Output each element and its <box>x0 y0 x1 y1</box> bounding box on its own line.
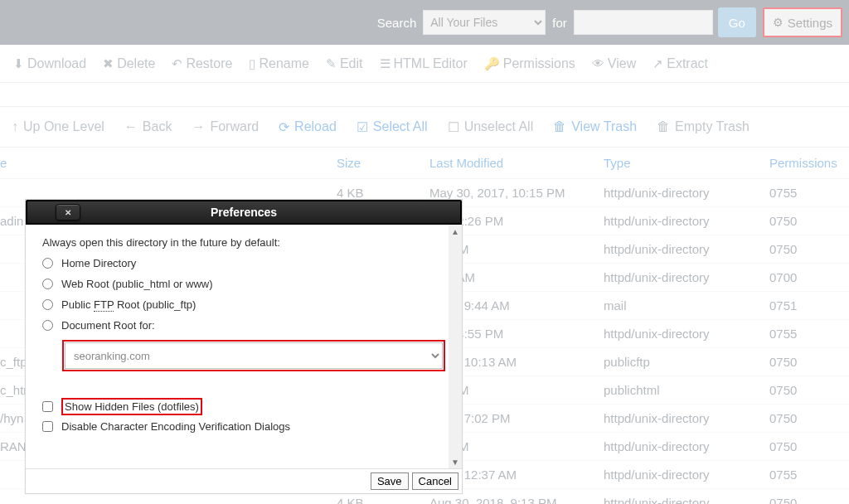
empty-trash-button[interactable]: 🗑Empty Trash <box>657 119 750 134</box>
document-root-highlight: seoranking.com <box>62 340 445 371</box>
disable-encoding-row[interactable]: Disable Character Encoding Verification … <box>42 420 445 433</box>
for-label: for <box>552 16 567 30</box>
cell-perm: 0755 <box>763 461 849 489</box>
restore-button[interactable]: ↶Restore <box>172 56 232 71</box>
up-one-level-button[interactable]: ↑Up One Level <box>12 119 104 134</box>
unselect-all-button[interactable]: ☐Unselect All <box>448 119 534 135</box>
view-button[interactable]: 👁View <box>592 56 636 71</box>
disable-encoding-checkbox[interactable] <box>42 421 53 432</box>
select-all-button[interactable]: ☑Select All <box>357 119 428 135</box>
col-name-header[interactable]: e <box>0 148 330 179</box>
radio-publicftp-input[interactable] <box>42 299 53 310</box>
cell-perm: 0750 <box>763 207 849 235</box>
download-icon: ⬇ <box>13 56 24 71</box>
radio-webroot-input[interactable] <box>42 279 53 289</box>
cell-perm: 0750 <box>763 433 849 461</box>
show-hidden-checkbox[interactable] <box>42 401 53 412</box>
cell-type: httpd/unix-directory <box>597 235 763 264</box>
delete-button[interactable]: ✖Delete <box>103 56 155 71</box>
cell-perm: 0751 <box>763 292 849 320</box>
show-hidden-label: Show Hidden Files (dotfiles) <box>61 398 202 415</box>
extract-icon: ↗ <box>653 56 663 71</box>
search-input[interactable] <box>574 10 713 35</box>
permissions-button[interactable]: 🔑Permissions <box>484 56 575 71</box>
html-editor-button[interactable]: ☰HTML Editor <box>380 56 468 71</box>
radio-docroot-input[interactable] <box>42 320 53 331</box>
col-modified-header[interactable]: Last Modified <box>423 148 597 179</box>
preferences-modal: ✕ Preferences Always open this directory… <box>25 199 463 494</box>
scroll-up-icon[interactable]: ▲ <box>449 225 462 238</box>
reload-icon: ⟳ <box>279 119 289 135</box>
pencil-icon: ✎ <box>326 56 337 71</box>
cell-type: publicftp <box>597 348 763 376</box>
cell-perm: 0755 <box>763 179 849 207</box>
radio-web-root[interactable]: Web Root (public_html or www) <box>42 278 445 290</box>
cell-perm: 0700 <box>763 264 849 292</box>
settings-label: Settings <box>788 16 832 30</box>
back-button[interactable]: ←Back <box>124 119 172 134</box>
show-hidden-files-row[interactable]: Show Hidden Files (dotfiles) <box>42 398 445 415</box>
view-trash-button[interactable]: 🗑View Trash <box>553 119 637 134</box>
key-icon: 🔑 <box>484 56 500 71</box>
cell-perm: 0750 <box>763 348 849 376</box>
rename-button[interactable]: ▯Rename <box>249 56 308 71</box>
search-label: Search <box>377 16 417 30</box>
download-button[interactable]: ⬇Download <box>13 56 86 71</box>
extract-button[interactable]: ↗Extract <box>653 56 708 71</box>
radio-document-root[interactable]: Document Root for: <box>42 319 445 332</box>
reload-button[interactable]: ⟳Reload <box>279 119 337 135</box>
file-icon: ▯ <box>249 56 255 71</box>
navigation-toolbar: ↑Up One Level ←Back →Forward ⟳Reload ☑Se… <box>0 106 849 148</box>
preferences-intro: Always open this directory in the future… <box>42 236 445 249</box>
check-square-icon: ☑ <box>357 119 368 135</box>
col-permissions-header[interactable]: Permissions <box>763 148 849 179</box>
close-button[interactable]: ✕ <box>56 204 80 220</box>
save-button[interactable]: Save <box>371 472 409 490</box>
cell-perm: 0750 <box>763 376 849 405</box>
cell-type: httpd/unix-directory <box>597 405 763 433</box>
gear-icon: ⚙ <box>773 16 784 29</box>
modal-scrollbar[interactable]: ▲ ▼ <box>449 225 462 468</box>
square-icon: ☐ <box>448 119 459 135</box>
trash-icon: 🗑 <box>657 119 670 134</box>
scroll-down-icon[interactable]: ▼ <box>449 455 462 468</box>
cell-perm: 0750 <box>763 489 849 505</box>
trash-icon: 🗑 <box>553 119 566 134</box>
col-size-header[interactable]: Size <box>330 148 423 179</box>
cell-perm: 0750 <box>763 235 849 264</box>
edit-button[interactable]: ✎Edit <box>326 56 363 71</box>
modal-title: Preferences <box>211 206 277 219</box>
disable-encoding-label: Disable Character Encoding Verification … <box>61 420 290 433</box>
modal-footer: Save Cancel <box>26 468 462 493</box>
search-scope-select[interactable]: All Your Files <box>423 10 546 35</box>
cell-type: httpd/unix-directory <box>597 320 763 348</box>
go-button[interactable]: Go <box>718 7 756 37</box>
cell-type: httpd/unix-directory <box>597 461 763 489</box>
cell-type: mail <box>597 292 763 320</box>
cell-type: httpd/unix-directory <box>597 489 763 505</box>
close-icon: ✖ <box>103 56 114 71</box>
undo-icon: ↶ <box>172 56 182 71</box>
radio-public-ftp[interactable]: Public FTP Root (public_ftp) <box>42 298 445 311</box>
up-arrow-icon: ↑ <box>12 119 18 134</box>
cell-type: httpd/unix-directory <box>597 179 763 207</box>
top-search-bar: Search All Your Files for Go ⚙ Settings <box>0 0 849 45</box>
edit-box-icon: ☰ <box>380 56 391 71</box>
document-root-select[interactable]: seoranking.com <box>65 342 443 369</box>
cell-type: httpd/unix-directory <box>597 264 763 292</box>
cancel-button[interactable]: Cancel <box>412 472 458 490</box>
settings-button[interactable]: ⚙ Settings <box>763 7 842 37</box>
left-arrow-icon: ← <box>124 119 138 134</box>
radio-home-input[interactable] <box>42 258 53 269</box>
cell-type: httpd/unix-directory <box>597 433 763 461</box>
file-action-toolbar: ⬇Download ✖Delete ↶Restore ▯Rename ✎Edit… <box>0 45 849 83</box>
eye-icon: 👁 <box>592 56 604 70</box>
cell-perm: 0755 <box>763 320 849 348</box>
right-arrow-icon: → <box>192 119 205 134</box>
cell-type: httpd/unix-directory <box>597 207 763 235</box>
radio-home-directory[interactable]: Home Directory <box>42 257 445 269</box>
forward-button[interactable]: →Forward <box>192 119 259 134</box>
cell-perm: 0750 <box>763 405 849 433</box>
modal-titlebar[interactable]: ✕ Preferences <box>26 200 462 225</box>
col-type-header[interactable]: Type <box>597 148 763 179</box>
